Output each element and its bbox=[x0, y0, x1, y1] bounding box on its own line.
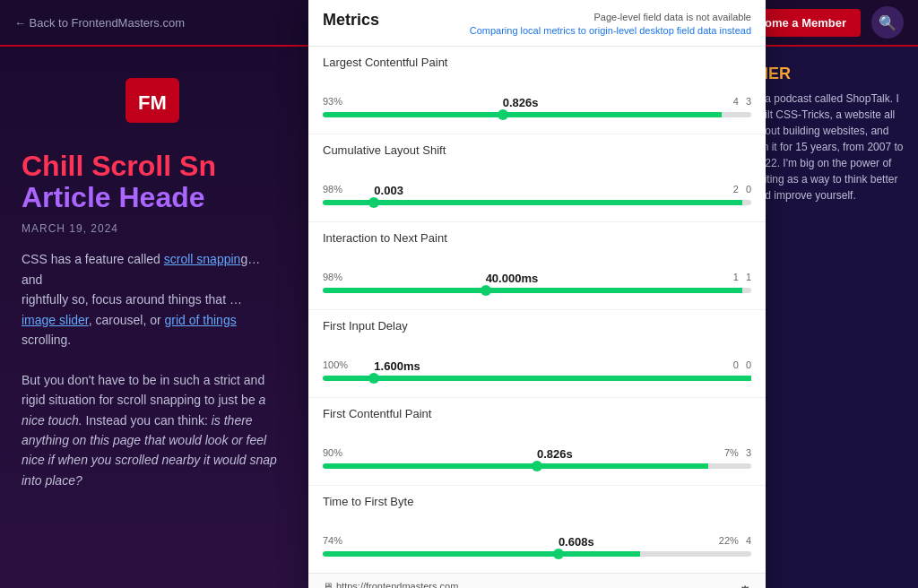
metric-value-5: 0.608s bbox=[559, 535, 594, 549]
metric-row-2: Interaction to Next Paint 40.000ms 98% 1… bbox=[308, 222, 766, 310]
metric-value-0: 0.826s bbox=[503, 96, 539, 109]
metric-value-2: 40.000ms bbox=[486, 272, 539, 285]
metric-gray-bar-4 bbox=[708, 463, 751, 469]
metric-green-bar-4 bbox=[323, 463, 708, 469]
metric-gray-bar-0 bbox=[722, 112, 751, 117]
metric-bar-0: 0.826s 93% 4 3 bbox=[323, 96, 751, 125]
metric-gray-bar-1 bbox=[742, 200, 751, 205]
metric-bar-label-right-1: 2 0 bbox=[733, 184, 751, 195]
metric-bar-3: 1.600ms 100% 0 0 bbox=[323, 359, 751, 388]
article-title: Chill Scroll Sn Article Heade bbox=[22, 151, 283, 213]
metric-bar-label-right-4: 7% 3 bbox=[724, 447, 751, 458]
right-tag: YIER bbox=[753, 65, 904, 83]
metric-track-4 bbox=[323, 463, 751, 469]
right-panel: YIER of a podcast called ShopTalk. I bui… bbox=[739, 47, 918, 588]
metric-label-0: Largest Contentful Paint bbox=[323, 56, 751, 69]
metric-bar-labels-5: 74% 22% 4 bbox=[323, 535, 751, 546]
search-icon: 🔍 bbox=[879, 14, 896, 31]
metric-green-bar-5 bbox=[323, 551, 640, 557]
article-body: CSS has a feature called scroll snapping… bbox=[22, 249, 283, 490]
metric-row-3: First Input Delay 1.600ms 100% 0 0 bbox=[308, 310, 766, 398]
footer-url: 🖥 https://frontendmasters.com bbox=[323, 581, 458, 588]
metric-green-bar-3 bbox=[323, 376, 751, 381]
metrics-header: Metrics Page-level field data is not ava… bbox=[308, 0, 766, 47]
metric-label-4: First Contentful Paint bbox=[323, 407, 751, 420]
metric-dot-0 bbox=[498, 109, 508, 120]
monitor-icon: 🖥 bbox=[323, 581, 333, 588]
metric-bar-label-left-3: 100% bbox=[323, 359, 348, 370]
metric-bar-1: 0.003 98% 2 0 bbox=[323, 184, 751, 212]
svg-text:FM: FM bbox=[138, 91, 167, 114]
metric-bar-label-right-3: 0 0 bbox=[733, 359, 751, 370]
metric-dot-2 bbox=[481, 285, 491, 296]
article-content: FM Chill Scroll Sn Article Heade MARCH 1… bbox=[0, 47, 305, 588]
metric-bar-label-left-5: 74% bbox=[323, 535, 342, 546]
metric-label-1: Cumulative Layout Shift bbox=[323, 143, 751, 157]
metric-dot-4 bbox=[532, 461, 542, 471]
metric-dot-5 bbox=[553, 549, 564, 559]
metrics-rows: Largest Contentful Paint 0.826s 93% 4 3 … bbox=[308, 47, 766, 573]
metric-green-bar-0 bbox=[323, 112, 722, 117]
metrics-title: Metrics bbox=[323, 11, 379, 30]
article-date: MARCH 19, 2024 bbox=[22, 222, 283, 235]
metric-track-0 bbox=[323, 112, 751, 117]
metric-bar-2: 40.000ms 98% 1 1 bbox=[323, 272, 751, 300]
metric-track-3 bbox=[323, 376, 751, 381]
metric-row-1: Cumulative Layout Shift 0.003 98% 2 0 bbox=[308, 134, 766, 222]
become-member-button[interactable]: ome a Member bbox=[750, 9, 861, 37]
right-description: of a podcast called ShopTalk. I built CS… bbox=[753, 91, 904, 203]
metric-bar-label-left-0: 93% bbox=[323, 96, 342, 107]
metric-bar-label-right-2: 1 1 bbox=[733, 272, 751, 282]
back-link[interactable]: ← Back to FrontendMasters.com bbox=[14, 16, 185, 30]
metric-gray-bar-2 bbox=[742, 288, 751, 293]
metric-row-5: Time to First Byte 0.608s 74% 22% 4 bbox=[308, 486, 766, 573]
gear-icon[interactable]: ⚙ bbox=[739, 583, 751, 588]
metric-bar-label-left-2: 98% bbox=[323, 272, 342, 282]
metric-bar-4: 0.826s 90% 7% 3 bbox=[323, 447, 751, 476]
metric-green-bar-2 bbox=[323, 288, 742, 293]
metric-value-3: 1.600ms bbox=[374, 359, 420, 373]
metric-row-0: Largest Contentful Paint 0.826s 93% 4 3 bbox=[308, 47, 766, 134]
search-button[interactable]: 🔍 bbox=[871, 6, 904, 39]
footer-left: 🖥 https://frontendmasters.com 11:40:32 bbox=[323, 581, 458, 588]
metrics-popup: Metrics Page-level field data is not ava… bbox=[308, 0, 766, 588]
metric-bar-label-right-5: 22% 4 bbox=[719, 535, 751, 546]
fm-logo: FM bbox=[126, 78, 179, 123]
metric-green-bar-1 bbox=[323, 200, 742, 205]
metric-bar-label-right-0: 4 3 bbox=[733, 96, 751, 107]
metric-dot-1 bbox=[368, 197, 379, 208]
metric-bar-5: 0.608s 74% 22% 4 bbox=[323, 535, 751, 564]
image-slider-link[interactable]: image slider bbox=[22, 313, 89, 327]
fm-logo-area: FM bbox=[22, 65, 283, 136]
metric-label-3: First Input Delay bbox=[323, 319, 751, 333]
metrics-footer: 🖥 https://frontendmasters.com 11:40:32 M… bbox=[308, 573, 766, 588]
metric-label-5: Time to First Byte bbox=[323, 495, 751, 508]
metric-track-5 bbox=[323, 551, 751, 557]
metric-dot-3 bbox=[368, 373, 379, 384]
metric-label-2: Interaction to Next Paint bbox=[323, 231, 751, 245]
metrics-notice: Page-level field data is not available C… bbox=[470, 11, 751, 39]
scroll-snapping-link[interactable]: scroll snappin bbox=[164, 252, 241, 266]
metric-track-1 bbox=[323, 200, 751, 205]
metric-row-4: First Contentful Paint 0.826s 90% 7% 3 bbox=[308, 398, 766, 486]
metric-track-2 bbox=[323, 288, 751, 293]
metric-value-1: 0.003 bbox=[374, 184, 403, 197]
metric-gray-bar-5 bbox=[640, 551, 751, 557]
grid-of-things-link[interactable]: grid of things bbox=[165, 313, 237, 327]
metric-value-4: 0.826s bbox=[537, 447, 573, 461]
metric-bar-label-left-1: 98% bbox=[323, 184, 342, 195]
metric-bar-label-left-4: 90% bbox=[323, 447, 342, 458]
